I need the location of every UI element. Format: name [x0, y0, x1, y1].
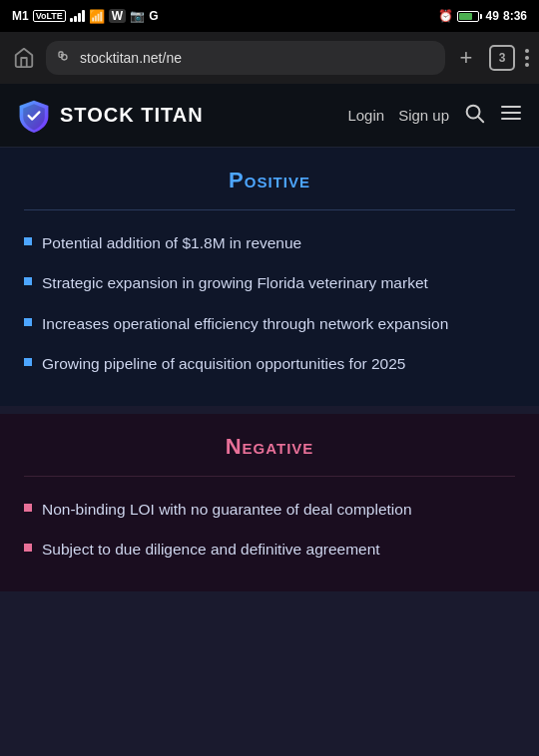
browser-actions: + 3	[453, 45, 529, 71]
negative-item-1: Non-binding LOI with no guarantee of dea…	[42, 499, 412, 521]
tab-count-button[interactable]: 3	[489, 45, 515, 71]
list-item: Subject to due diligence and definitive …	[24, 539, 515, 561]
site-nav: Login Sign up	[347, 101, 523, 131]
url-security-icon	[56, 49, 74, 67]
carrier-label: M1	[12, 9, 29, 23]
list-item: Non-binding LOI with no guarantee of dea…	[24, 499, 515, 521]
positive-item-4: Growing pipeline of acquisition opportun…	[42, 353, 405, 375]
site-header: STOCK TITAN Login Sign up	[0, 84, 539, 148]
main-content: Positive Potential addition of $1.8M in …	[0, 148, 539, 591]
status-right: ⏰ 49 8:36	[438, 9, 527, 23]
browser-menu-button[interactable]	[525, 49, 529, 67]
negative-bullet-list: Non-binding LOI with no guarantee of dea…	[24, 499, 515, 562]
positive-divider	[24, 209, 515, 210]
g-icon: G	[149, 9, 158, 23]
list-item: Growing pipeline of acquisition opportun…	[24, 353, 515, 375]
time-display: 8:36	[503, 9, 527, 23]
negative-divider	[24, 476, 515, 477]
bullet-icon	[24, 277, 32, 285]
signal-icon	[70, 10, 85, 22]
list-item: Increases operational efficiency through…	[24, 313, 515, 335]
negative-title: Negative	[24, 434, 515, 460]
bullet-icon	[24, 504, 32, 512]
negative-section: Negative Non-binding LOI with no guarant…	[0, 414, 539, 591]
bullet-icon	[24, 237, 32, 245]
site-name: STOCK TITAN	[60, 104, 204, 127]
positive-item-1: Potential addition of $1.8M in revenue	[42, 232, 301, 254]
app-icon-1: W	[109, 9, 126, 23]
instagram-icon: 📷	[130, 9, 145, 23]
alarm-icon: ⏰	[438, 9, 453, 23]
list-item: Potential addition of $1.8M in revenue	[24, 232, 515, 254]
url-text: stocktitan.net/ne	[80, 50, 435, 66]
add-tab-button[interactable]: +	[453, 45, 479, 71]
volte-badge: VoLTE	[33, 10, 66, 22]
url-bar[interactable]: stocktitan.net/ne	[46, 41, 445, 75]
status-bar: M1 VoLTE 📶 W 📷 G ⏰ 49 8:36	[0, 0, 539, 32]
positive-section: Positive Potential addition of $1.8M in …	[0, 148, 539, 406]
hamburger-menu-icon[interactable]	[499, 101, 523, 131]
svg-line-4	[478, 117, 483, 122]
login-link[interactable]: Login	[347, 107, 384, 124]
positive-title: Positive	[24, 168, 515, 193]
battery-percent: 49	[486, 9, 499, 23]
positive-item-2: Strategic expansion in growing Florida v…	[42, 272, 428, 294]
browser-chrome: stocktitan.net/ne + 3	[0, 32, 539, 84]
site-logo[interactable]: STOCK TITAN	[16, 98, 204, 134]
status-left: M1 VoLTE 📶 W 📷 G	[12, 9, 159, 24]
positive-bullet-list: Potential addition of $1.8M in revenue S…	[24, 232, 515, 376]
search-icon[interactable]	[463, 102, 485, 129]
battery-icon	[457, 11, 482, 22]
list-item: Strategic expansion in growing Florida v…	[24, 272, 515, 294]
signup-link[interactable]: Sign up	[398, 107, 449, 124]
browser-home-button[interactable]	[10, 44, 38, 72]
bullet-icon	[24, 358, 32, 366]
wifi-icon: 📶	[89, 9, 105, 24]
bullet-icon	[24, 318, 32, 326]
positive-item-3: Increases operational efficiency through…	[42, 313, 448, 335]
negative-item-2: Subject to due diligence and definitive …	[42, 539, 380, 561]
logo-icon	[16, 98, 52, 134]
bullet-icon	[24, 544, 32, 552]
